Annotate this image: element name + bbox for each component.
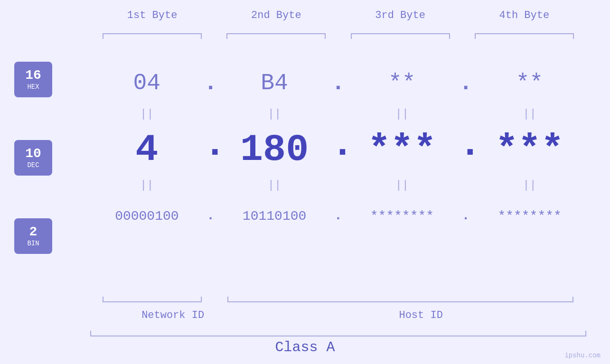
hex-cell-3: ** (346, 70, 459, 96)
dec-value-4: *** (496, 128, 564, 171)
network-bracket-cell (90, 297, 214, 302)
host-bracket-cell (214, 297, 586, 302)
dec-base-number: 10 (25, 147, 41, 160)
bin-value-1: 00000100 (115, 209, 178, 224)
dec-row: 4 . 180 . *** . *** (90, 123, 586, 176)
dec-dot-3: . (459, 123, 473, 176)
equals-2-3: || (346, 179, 459, 192)
hex-value-3: ** (388, 70, 416, 96)
data-rows: 04 . B4 . ** . ** || || || || (90, 62, 586, 237)
dec-cell-2: 180 (218, 128, 331, 171)
hex-cell-2: B4 (218, 70, 331, 96)
network-id-label: Network ID (90, 309, 255, 321)
bracket-line-2 (226, 33, 326, 39)
dec-cell-3: *** (346, 128, 459, 171)
main-container: 1st Byte 2nd Byte 3rd Byte 4th Byte 16 H… (0, 0, 610, 364)
dec-dot-2: . (331, 123, 346, 176)
bin-base-number: 2 (29, 225, 38, 239)
bin-value-3: ******** (370, 209, 434, 224)
dec-cell-4: *** (473, 128, 586, 171)
hex-base-number: 16 (25, 69, 41, 82)
host-id-label: Host ID (255, 309, 586, 321)
byte1-header: 1st Byte (90, 9, 214, 21)
id-labels: Network ID Host ID (90, 309, 586, 321)
equals-row-1: || || || || (90, 104, 586, 123)
bin-cell-3: ******** (346, 209, 459, 224)
dec-value-3: *** (368, 128, 436, 171)
equals-1-2: || (218, 108, 331, 121)
hex-cell-4: ** (473, 70, 586, 96)
bin-dot-1: . (204, 195, 218, 237)
equals-2-1: || (90, 179, 204, 192)
bin-cell-1: 00000100 (90, 209, 204, 224)
bracket-line-3 (351, 33, 450, 39)
dec-dot-1: . (204, 123, 218, 176)
bin-dot-2: . (331, 195, 346, 237)
equals-2-4: || (473, 179, 586, 192)
byte2-header: 2nd Byte (214, 9, 338, 21)
bottom-brackets-row (90, 297, 586, 302)
hex-dot-2: . (331, 62, 346, 104)
bracket-cell-1 (90, 33, 214, 39)
dec-cell-1: 4 (90, 128, 204, 171)
bracket-cell-3 (338, 33, 462, 39)
hex-value-4: ** (516, 70, 544, 96)
bin-base-name: BIN (27, 240, 39, 247)
bracket-cell-2 (214, 33, 338, 39)
byte4-header: 4th Byte (462, 9, 586, 21)
bin-dot-3: . (459, 195, 473, 237)
bin-base-label: 2 BIN (14, 218, 52, 254)
equals-2-2: || (218, 179, 331, 192)
network-bracket (103, 297, 202, 302)
base-labels: 16 HEX 10 DEC 2 BIN (14, 62, 52, 254)
dec-base-name: DEC (27, 161, 39, 169)
bin-row: 00000100 . 10110100 . ******** . *******… (90, 195, 586, 237)
hex-dot-3: . (459, 62, 473, 104)
equals-row-2: || || || || (90, 176, 586, 195)
equals-1-4: || (473, 108, 586, 121)
byte3-header: 3rd Byte (338, 9, 462, 21)
dec-base-label: 10 DEC (14, 140, 52, 176)
watermark: ipshu.com (564, 352, 601, 359)
dec-value-1: 4 (135, 128, 158, 171)
hex-row: 04 . B4 . ** . ** (90, 62, 586, 104)
bin-value-2: 10110100 (243, 209, 306, 224)
bracket-cell-4 (462, 33, 586, 39)
bin-cell-4: ******** (473, 209, 586, 224)
byte-headers: 1st Byte 2nd Byte 3rd Byte 4th Byte (90, 9, 586, 21)
equals-1-3: || (346, 108, 459, 121)
top-brackets (90, 33, 586, 39)
hex-dot-1: . (204, 62, 218, 104)
hex-value-1: 04 (133, 70, 161, 96)
equals-1-1: || (90, 108, 204, 121)
bracket-line-1 (103, 33, 202, 39)
hex-base-label: 16 HEX (14, 62, 52, 97)
hex-base-name: HEX (27, 83, 39, 91)
host-bracket (227, 297, 573, 302)
hex-value-2: B4 (261, 70, 288, 96)
bracket-line-4 (475, 33, 574, 39)
bin-value-4: ******** (497, 209, 561, 224)
dec-value-2: 180 (240, 128, 309, 171)
bin-cell-2: 10110100 (218, 209, 331, 224)
class-a-label: Class A (0, 339, 610, 355)
hex-cell-1: 04 (90, 70, 204, 96)
bottom-full-bracket (90, 331, 586, 336)
